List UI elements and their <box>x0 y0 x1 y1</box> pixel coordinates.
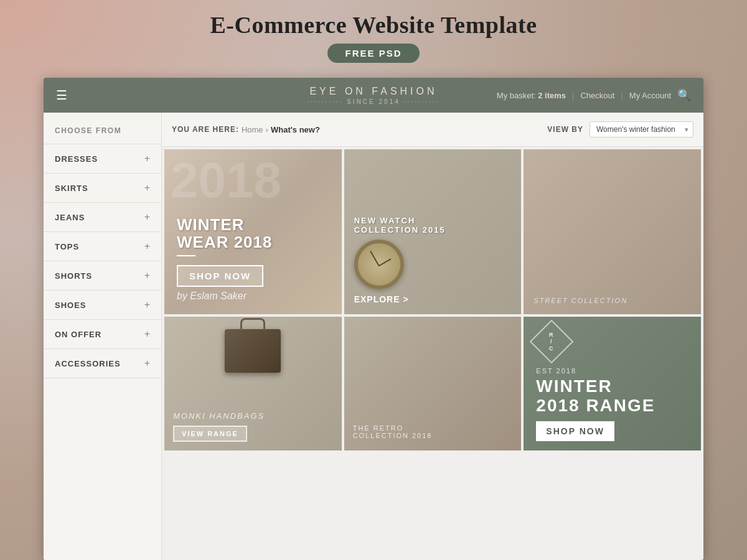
view-by-select[interactable]: Women's winter fashion Men's fashion Acc… <box>590 121 693 138</box>
breadcrumb-chevron: › <box>266 125 268 134</box>
street-label: STREET COLLECTION <box>533 297 691 304</box>
main-content: YOU ARE HERE: Home › What's new? VIEW BY… <box>162 113 703 560</box>
sidebar-item-plus: + <box>144 182 150 194</box>
sidebar-item-label: SHOES <box>55 301 87 310</box>
nav-bar: ☰ EYE ON FASHION ·········· SINCE 2014 ·… <box>44 78 703 113</box>
sidebar-item-plus: + <box>144 358 150 369</box>
account-link[interactable]: My Account <box>629 91 671 100</box>
breadcrumb-current: What's new? <box>271 125 320 134</box>
basket-label: My basket: 2 items <box>497 91 566 100</box>
handbag-brand: MONKI HANDBAGS <box>173 411 333 421</box>
nav-logo-sub: ·········· SINCE 2014 ·········· <box>308 98 440 105</box>
product-grid: 2018 WINTERWEAR 2018 SHOP NOW by Eslam S… <box>162 147 703 453</box>
breadcrumb-bar: YOU ARE HERE: Home › What's new? VIEW BY… <box>162 113 703 147</box>
breadcrumb: YOU ARE HERE: Home › What's new? <box>172 125 320 134</box>
sidebar-item-label: SKIRTS <box>55 184 88 193</box>
handbag-view-btn[interactable]: VIEW RANGE <box>173 426 247 442</box>
breadcrumb-label: YOU ARE HERE: <box>172 125 239 134</box>
nav-logo-title: EYE ON FASHION <box>308 86 440 97</box>
watch-subtitle: NEW WATCHCOLLECTION 2015 <box>354 216 512 235</box>
product-cell-range[interactable]: R/C EST 2018 WINTER2018 RANGE SHOP NOW <box>524 317 701 450</box>
view-by-label: VIEW BY <box>547 125 583 134</box>
hamburger-icon[interactable]: ☰ <box>56 89 67 101</box>
sidebar: CHOOSE FROM DRESSES + SKIRTS + JEANS + T… <box>44 113 162 560</box>
view-by-wrapper[interactable]: Women's winter fashion Men's fashion Acc… <box>590 121 693 138</box>
sidebar-item-on-offer[interactable]: ON OFFER + <box>44 319 161 348</box>
sidebar-item-accessories[interactable]: ACCESSORIES + <box>44 348 161 378</box>
page-title: E-Commerce Website Template <box>0 11 747 39</box>
sidebar-item-jeans[interactable]: JEANS + <box>44 202 161 231</box>
sidebar-item-label: ACCESSORIES <box>55 359 121 368</box>
product-cell-watch[interactable]: NEW WATCHCOLLECTION 2015 EXPLORE > <box>344 149 522 314</box>
sidebar-item-label: SHORTS <box>55 271 92 281</box>
sidebar-item-tops[interactable]: TOPS + <box>44 231 161 261</box>
content-area: CHOOSE FROM DRESSES + SKIRTS + JEANS + T… <box>44 113 703 560</box>
watch-explore-btn[interactable]: EXPLORE > <box>354 294 512 304</box>
sidebar-item-plus: + <box>144 212 150 223</box>
product-cell-street[interactable]: STREET COLLECTION <box>524 149 701 314</box>
sidebar-item-skirts[interactable]: SKIRTS + <box>44 173 161 202</box>
checkout-link[interactable]: Checkout <box>580 91 614 100</box>
product-cell-retro[interactable]: THE RETROCOLLECTION 2018 <box>344 317 522 450</box>
winter-shop-btn[interactable]: SHOP NOW <box>177 265 263 287</box>
nav-divider-1: | <box>572 91 574 100</box>
website-frame: ☰ EYE ON FASHION ·········· SINCE 2014 ·… <box>44 78 703 560</box>
nav-right: My basket: 2 items | Checkout | My Accou… <box>497 88 691 102</box>
sidebar-item-plus: + <box>144 299 150 310</box>
view-by-area: VIEW BY Women's winter fashion Men's fas… <box>547 121 693 138</box>
range-shop-btn[interactable]: SHOP NOW <box>536 421 614 441</box>
sidebar-item-dresses[interactable]: DRESSES + <box>44 144 161 173</box>
sidebar-item-label: DRESSES <box>55 154 98 164</box>
sidebar-item-label: TOPS <box>55 242 79 251</box>
winter-author: by Eslam Saker <box>177 291 329 302</box>
nav-logo: EYE ON FASHION ·········· SINCE 2014 ···… <box>308 86 440 105</box>
sidebar-item-plus: + <box>144 329 150 340</box>
basket-count: 2 items <box>538 91 566 100</box>
overlay-number: 2018 <box>171 156 281 205</box>
sidebar-item-plus: + <box>144 270 150 281</box>
page-header: E-Commerce Website Template FREE PSD <box>0 0 747 69</box>
winter-divider <box>177 255 195 256</box>
sidebar-item-shorts[interactable]: SHORTS + <box>44 261 161 290</box>
sidebar-item-label: JEANS <box>55 213 85 222</box>
retro-subtitle: THE RETROCOLLECTION 2018 <box>353 424 513 439</box>
winter-headline: WINTERWEAR 2018 <box>177 216 329 251</box>
sidebar-title: CHOOSE FROM <box>44 126 161 144</box>
sidebar-item-label: ON OFFER <box>55 330 101 339</box>
product-cell-handbag[interactable]: MONKI HANDBAGS VIEW RANGE <box>164 317 342 450</box>
breadcrumb-home[interactable]: Home <box>242 125 263 134</box>
sidebar-item-plus: + <box>144 241 150 252</box>
free-psd-badge: FREE PSD <box>327 44 419 63</box>
sidebar-item-shoes[interactable]: SHOES + <box>44 290 161 319</box>
basket-text: My basket: <box>497 91 536 100</box>
search-icon[interactable]: 🔍 <box>677 88 691 102</box>
range-headline: WINTER2018 RANGE <box>536 377 655 416</box>
nav-divider-2: | <box>621 91 622 100</box>
product-cell-winter[interactable]: 2018 WINTERWEAR 2018 SHOP NOW by Eslam S… <box>164 149 342 314</box>
sidebar-item-plus: + <box>144 153 150 164</box>
range-est: EST 2018 <box>536 367 576 375</box>
